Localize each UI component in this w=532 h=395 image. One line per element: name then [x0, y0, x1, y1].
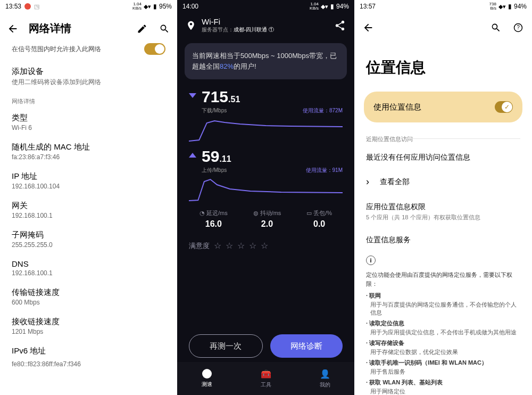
- wifi-icon: ◆▾: [498, 3, 506, 10]
- service-desc: 定位功能会使用由百度提供的网络定位服务，需要以下权限：: [354, 270, 532, 292]
- nav-mine[interactable]: 👤我的: [295, 362, 354, 395]
- perm-item: · 读写存储设备: [366, 339, 520, 347]
- notification-dot-icon: [24, 3, 31, 10]
- screen-speedtest: 14:00 1.04KB/s ◆▾ ▮ 94% Wi-Fi 服务器节点：成都-四…: [177, 0, 354, 395]
- page-title: 位置信息: [354, 40, 532, 92]
- wifi-title: Wi-Fi: [202, 17, 274, 26]
- bottom-nav: 测速 🧰工具 👤我的: [177, 362, 354, 395]
- stat-loss: ▭ 丢包/%0.0: [306, 209, 332, 229]
- row-tx-speed: 传输链接速度600 Mbps: [0, 282, 177, 311]
- retest-button[interactable]: 再测一次: [189, 334, 263, 358]
- speed-banner: 当前网速相当于500Mbps ~ 1000Mbps带宽，已超越全国82%的用户!: [185, 43, 347, 79]
- net-rate: 1.04KB/s: [310, 2, 319, 11]
- permissions-list: · 联网 用于与百度提供的网络定位服务通信，不会传输您的个人信息 · 读取定位信…: [354, 292, 532, 395]
- stat-jitter: ◍ 抖动/ms2.0: [253, 209, 281, 229]
- battery-icon: ▮: [153, 3, 157, 10]
- add-device-desc: 使用二维码将设备添加到此网络: [12, 78, 165, 87]
- wifi-icon: ◆▾: [144, 3, 151, 10]
- nav-tools[interactable]: 🧰工具: [236, 362, 295, 395]
- row-mac: 随机生成的 MAC 地址fa:23:86:a7:f3:46: [0, 137, 177, 166]
- perm-item: · 联网: [366, 292, 520, 300]
- add-device-row[interactable]: 添加设备 使用二维码将设备添加到此网络: [0, 61, 177, 92]
- see-all-label: 查看全部: [380, 177, 410, 187]
- location-pin-icon: [186, 20, 196, 31]
- recent-empty-text: 最近没有任何应用访问位置信息: [354, 147, 532, 168]
- star-icon[interactable]: ☆: [261, 241, 268, 251]
- person-icon: 👤: [320, 369, 330, 379]
- gauge-icon: [202, 369, 212, 378]
- status-time: 14:00: [182, 3, 198, 10]
- download-block: 715.51: [177, 85, 354, 107]
- row-type: 类型Wi-Fi 6: [0, 108, 177, 137]
- search-icon[interactable]: [489, 21, 502, 34]
- upload-sparkline: [189, 177, 343, 202]
- screen-location: 13:57 738B/s ◆▾ ▮ 94% ? 位置信息 使用位置信息 近期位置…: [354, 0, 532, 395]
- wifi-server[interactable]: 服务器节点：成都-四川联通 ①: [202, 26, 274, 34]
- back-icon[interactable]: [362, 21, 375, 34]
- upload-traffic: 使用流量：91M: [306, 167, 343, 174]
- earth-decor: [177, 267, 354, 374]
- status-time: 13:53: [5, 3, 21, 10]
- status-bar: 13:53 ◳ 1.04KB/s ◆▾ ▮ 95%: [0, 0, 177, 12]
- location-toggle-row[interactable]: 使用位置信息: [364, 92, 522, 122]
- row-dns: DNS192.168.100.1: [0, 254, 177, 282]
- battery-icon: ▮: [330, 3, 334, 10]
- auto-connect-toggle[interactable]: [144, 43, 165, 55]
- battery-icon: ▮: [508, 3, 512, 10]
- app-permission-row[interactable]: 应用位置信息权限 5 个应用（共 18 个应用）有权获取位置信息: [354, 196, 532, 230]
- row-subnet: 子网掩码255.255.255.0: [0, 225, 177, 254]
- section-recent-access: 近期位置信息访问: [354, 132, 532, 147]
- screen-network-details: 13:53 ◳ 1.04KB/s ◆▾ ▮ 95% 网络详情 在信号范围内时允许…: [0, 0, 177, 395]
- add-device-title: 添加设备: [12, 67, 165, 77]
- perm-item: · 获取 WLAN 列表、基站列表: [366, 378, 520, 386]
- download-arrow-icon: [189, 93, 196, 98]
- page-title: 网络详情: [29, 21, 126, 36]
- battery-pct: 95%: [159, 3, 172, 10]
- star-icon[interactable]: ☆: [249, 241, 256, 251]
- upload-arrow-icon: [189, 153, 196, 158]
- wifi-icon: ◆▾: [321, 3, 328, 10]
- perm-item: · 读取手机唯一识别码（IMEI 和 WLAN MAC）: [366, 359, 520, 367]
- help-icon[interactable]: ?: [512, 21, 525, 34]
- star-icon[interactable]: ☆: [237, 241, 245, 251]
- app-perm-desc: 5 个应用（共 18 个应用）有权获取位置信息: [366, 213, 520, 221]
- share-icon[interactable]: [334, 20, 346, 31]
- location-service-row[interactable]: 位置信息服务: [354, 230, 532, 252]
- toolbox-icon: 🧰: [261, 369, 271, 379]
- download-sparkline: [189, 118, 343, 142]
- download-traffic: 使用流量：872M: [303, 107, 343, 114]
- battery-pct: 94%: [514, 3, 527, 10]
- status-time: 13:57: [360, 3, 376, 10]
- upload-unit: 上传/Mbps: [202, 167, 227, 174]
- satisfaction-label: 满意度: [189, 241, 210, 251]
- row-ip: IP 地址192.168.100.104: [0, 166, 177, 195]
- upload-block: 59.11: [177, 144, 354, 167]
- edit-icon[interactable]: [136, 22, 148, 35]
- star-icon[interactable]: ☆: [226, 241, 233, 251]
- battery-pct: 94%: [336, 3, 349, 10]
- download-unit: 下载/Mbps: [202, 107, 227, 114]
- location-switch-icon[interactable]: [495, 101, 513, 113]
- chevron-right-icon: ›: [366, 176, 369, 187]
- see-all-row[interactable]: › 查看全部: [354, 168, 532, 196]
- star-icon[interactable]: ☆: [214, 241, 221, 251]
- satisfaction-row[interactable]: 满意度 ☆ ☆ ☆ ☆ ☆: [189, 241, 343, 251]
- row-ipv6: IPv6 地址fe80::f823:86ff:fea7:f346: [0, 341, 177, 373]
- auto-connect-desc: 在信号范围内时允许接入此网络: [12, 45, 101, 54]
- net-rate: 738B/s: [489, 2, 496, 11]
- perm-item: · 读取定位信息: [366, 319, 520, 327]
- net-rate: 1.04KB/s: [132, 2, 142, 11]
- location-toggle-label: 使用位置信息: [373, 102, 421, 112]
- stats-row: ◔ 延迟/ms16.0 ◍ 抖动/ms2.0 ▭ 丢包/%0.0: [187, 209, 345, 229]
- search-icon[interactable]: [158, 22, 171, 35]
- nav-speed[interactable]: 测速: [177, 362, 236, 395]
- svg-text:?: ?: [517, 24, 520, 30]
- status-bar: 14:00 1.04KB/s ◆▾ ▮ 94%: [177, 0, 354, 12]
- row-rx-speed: 接收链接速度1201 Mbps: [0, 311, 177, 341]
- row-gateway: 网关192.168.100.1: [0, 195, 177, 225]
- app-badge-icon: ◳: [34, 3, 39, 10]
- diagnose-button[interactable]: 网络诊断: [270, 334, 343, 358]
- back-icon[interactable]: [6, 22, 19, 35]
- section-network-details: 网络详情: [0, 92, 177, 108]
- app-perm-title: 应用位置信息权限: [366, 202, 520, 212]
